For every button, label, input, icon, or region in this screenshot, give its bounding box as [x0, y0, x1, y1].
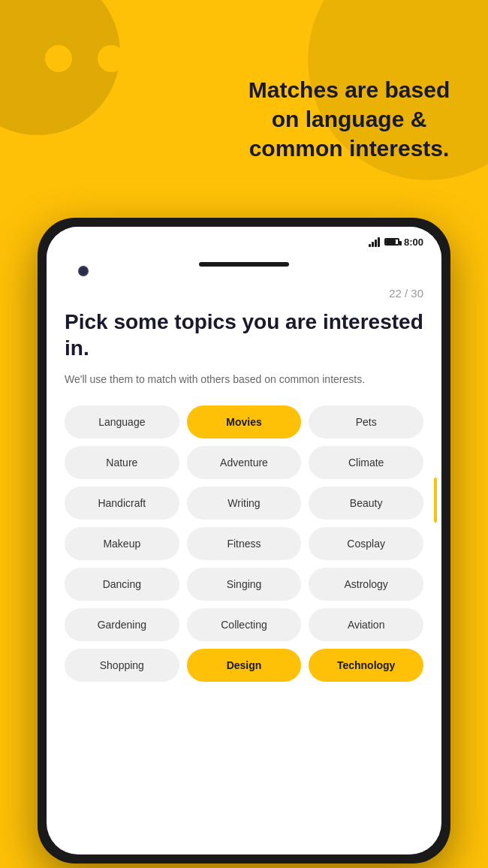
signal-bar-3: [375, 240, 377, 247]
topic-chip[interactable]: Design: [187, 649, 302, 682]
topic-chip[interactable]: Makeup: [65, 527, 179, 560]
topic-chip[interactable]: Shopping: [65, 649, 179, 682]
phone-notch: [47, 257, 441, 272]
topic-chip[interactable]: Dancing: [65, 568, 179, 601]
topic-chip[interactable]: Handicraft: [65, 487, 179, 520]
phone-camera: [78, 266, 89, 276]
signal-icon: [369, 237, 380, 247]
topic-chip[interactable]: Pets: [309, 405, 423, 439]
status-icons: [369, 237, 399, 247]
topic-chip[interactable]: Collecting: [187, 608, 302, 641]
topic-chip[interactable]: Writing: [187, 487, 302, 520]
signal-bar-2: [372, 242, 374, 247]
page-subtitle: We'll use them to match with others base…: [65, 372, 423, 387]
page-title: Pick some topics you are interested in.: [65, 309, 423, 361]
topic-chip[interactable]: Beauty: [309, 487, 423, 520]
topic-chip[interactable]: Astrology: [309, 568, 423, 601]
signal-bar-4: [378, 237, 380, 247]
topic-chip[interactable]: Singing: [187, 568, 302, 601]
topic-chip[interactable]: Fitness: [187, 527, 302, 560]
topic-chip[interactable]: Cosplay: [309, 527, 423, 560]
dot-right: [98, 45, 125, 72]
topic-chip[interactable]: Nature: [65, 446, 179, 479]
battery-icon: [384, 238, 399, 246]
signal-bar-1: [369, 244, 371, 247]
status-bar: 8:00: [47, 227, 441, 257]
status-time: 8:00: [404, 237, 423, 248]
topic-chip[interactable]: Movies: [187, 405, 302, 439]
topic-chip[interactable]: Aviation: [309, 608, 423, 641]
notch-bar: [199, 262, 289, 267]
battery-fill: [386, 240, 396, 244]
phone-frame: 8:00 22 / 30 Pick some topics you are in…: [38, 218, 450, 863]
progress-counter: 22 / 30: [389, 287, 423, 300]
topic-chip[interactable]: Gardening: [65, 608, 179, 641]
content-area: 22 / 30 Pick some topics you are interes…: [47, 272, 441, 839]
header-text: Matches are based on language & common i…: [233, 75, 465, 163]
topic-chip[interactable]: Adventure: [187, 446, 302, 479]
topic-chip[interactable]: Climate: [309, 446, 423, 479]
topic-chip[interactable]: Technology: [309, 649, 423, 682]
scrollbar-indicator: [434, 478, 437, 523]
dot-left: [45, 45, 72, 72]
topics-grid: LanguageMoviesPetsNatureAdventureClimate…: [65, 405, 423, 682]
progress-row: 22 / 30: [65, 287, 423, 300]
phone-screen: 8:00 22 / 30 Pick some topics you are in…: [47, 227, 441, 854]
topic-chip[interactable]: Language: [65, 405, 179, 439]
